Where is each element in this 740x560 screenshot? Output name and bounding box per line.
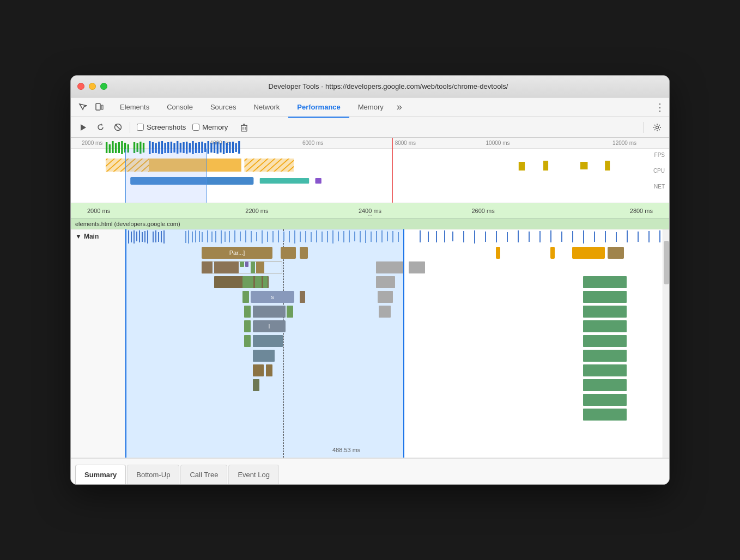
tab-event-log[interactable]: Event Log	[228, 465, 279, 484]
tab-elements[interactable]: Elements	[111, 98, 158, 118]
memory-checkbox[interactable]	[192, 124, 199, 131]
time-label: 488.53 ms	[332, 447, 360, 453]
tab-network[interactable]: Network	[245, 98, 289, 118]
tab-memory[interactable]: Memory	[349, 98, 392, 118]
device-icon	[95, 103, 104, 112]
svg-rect-33	[180, 143, 181, 153]
tab-console[interactable]: Console	[158, 98, 202, 118]
orange-r2	[550, 247, 555, 259]
inspector-icon-btn[interactable]	[75, 100, 90, 115]
svg-rect-16	[121, 141, 123, 154]
reload-button[interactable]	[93, 120, 108, 135]
svg-rect-116	[376, 231, 377, 242]
svg-rect-13	[112, 141, 113, 153]
s-bar[interactable]: s	[251, 291, 294, 303]
svg-rect-56	[149, 159, 241, 172]
par-bar[interactable]: Par...]	[202, 247, 272, 259]
green-far3	[583, 306, 627, 318]
trash-icon	[240, 123, 248, 132]
svg-rect-139	[605, 231, 606, 242]
scrollbar-thumb[interactable]	[664, 241, 669, 284]
svg-rect-12	[109, 144, 111, 153]
svg-rect-109	[338, 232, 339, 241]
zoom-mark-2000: 2000 ms	[87, 208, 201, 214]
memory-checkbox-label[interactable]: Memory	[192, 123, 228, 131]
svg-rect-108	[332, 230, 333, 244]
tab-sources[interactable]: Sources	[202, 98, 245, 118]
svg-rect-99	[283, 232, 284, 241]
svg-rect-59	[543, 161, 548, 171]
svg-rect-34	[183, 142, 184, 153]
screenshots-checkbox[interactable]	[137, 124, 144, 131]
timeline-overview[interactable]: 2000 ms 4000 ms 6000 ms 8000 ms 10000 ms…	[71, 138, 669, 203]
svg-rect-57	[244, 159, 293, 172]
flame-sidebar: ▼ Main	[71, 229, 125, 458]
svg-rect-28	[164, 143, 166, 153]
nav-icons	[75, 100, 107, 115]
row10-br1	[253, 364, 264, 376]
tab-performance[interactable]: Performance	[288, 98, 349, 118]
scrollbar[interactable]	[663, 229, 669, 458]
svg-rect-114	[365, 230, 366, 243]
net-chart	[87, 175, 642, 187]
svg-rect-1	[101, 105, 103, 109]
svg-rect-79	[188, 230, 189, 244]
svg-rect-38	[195, 143, 197, 153]
tab-bottom-up[interactable]: Bottom-Up	[127, 465, 179, 484]
minimize-button[interactable]	[89, 83, 96, 90]
svg-rect-74	[155, 230, 156, 242]
svg-rect-122	[428, 232, 429, 242]
svg-rect-129	[496, 231, 497, 242]
svg-rect-94	[256, 232, 257, 241]
svg-rect-82	[199, 231, 200, 242]
gray-r4-1	[376, 276, 395, 288]
svg-rect-36	[189, 143, 191, 153]
nav-kebab-button[interactable]: ⋮	[655, 101, 665, 113]
svg-rect-40	[201, 142, 203, 153]
svg-rect-119	[392, 231, 393, 242]
svg-rect-96	[267, 232, 268, 242]
settings-button[interactable]	[650, 120, 665, 135]
svg-rect-31	[173, 143, 175, 153]
l-bar[interactable]: l	[253, 320, 286, 332]
svg-rect-70	[142, 232, 143, 242]
svg-rect-113	[360, 231, 361, 242]
record-button[interactable]	[75, 120, 90, 135]
flame-area: ▼ Main	[71, 229, 669, 458]
maximize-button[interactable]	[100, 83, 107, 90]
svg-rect-5	[241, 125, 247, 131]
svg-rect-65	[128, 230, 129, 244]
svg-rect-117	[381, 230, 383, 242]
svg-rect-0	[96, 104, 100, 110]
flame-content[interactable]: Par...]	[125, 229, 663, 458]
device-icon-btn[interactable]	[92, 100, 107, 115]
clear-button[interactable]	[110, 120, 125, 135]
svg-rect-84	[207, 230, 208, 242]
trash-button[interactable]	[236, 120, 252, 135]
svg-rect-121	[420, 230, 421, 242]
svg-rect-62	[130, 177, 253, 185]
titlebar: Developer Tools - https://developers.goo…	[71, 76, 669, 98]
nav-more-button[interactable]: »	[392, 101, 407, 113]
svg-rect-133	[539, 231, 541, 242]
row8-g1	[244, 335, 251, 347]
green-far9	[583, 394, 627, 406]
tab-call-tree[interactable]: Call Tree	[180, 465, 227, 484]
collapse-arrow[interactable]: ▼	[75, 233, 82, 240]
block-r2	[300, 247, 308, 259]
svg-rect-49	[229, 142, 231, 153]
tab-summary[interactable]: Summary	[75, 465, 126, 484]
svg-rect-26	[158, 142, 160, 154]
close-button[interactable]	[77, 83, 84, 90]
svg-rect-67	[134, 230, 135, 244]
svg-rect-105	[316, 230, 317, 242]
flame-row-9	[125, 349, 663, 363]
svg-rect-14	[115, 143, 117, 153]
flame-row-12	[125, 393, 663, 407]
svg-rect-100	[289, 231, 290, 242]
flame-row-7: l	[125, 319, 663, 333]
net-label: NET	[654, 184, 665, 190]
svg-rect-61	[605, 161, 610, 171]
svg-rect-17	[124, 143, 126, 153]
screenshots-checkbox-label[interactable]: Screenshots	[137, 123, 186, 131]
